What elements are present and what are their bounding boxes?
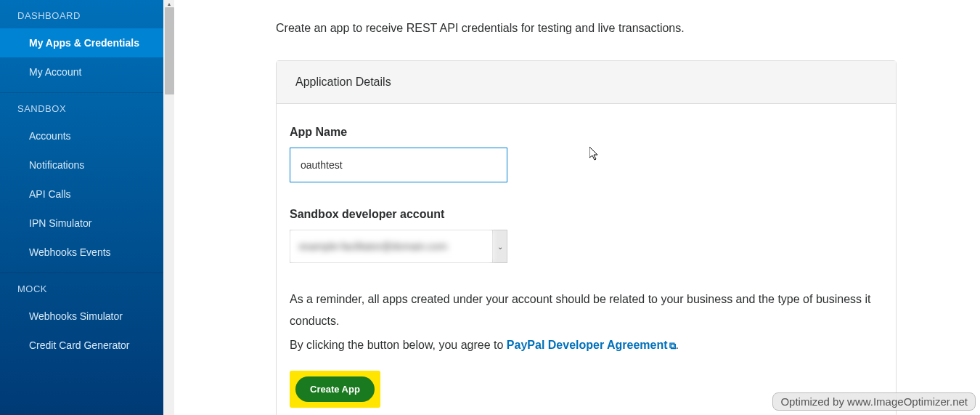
agreement-text: By clicking the button below, you agree … [290,334,883,356]
watermark: Optimized by www.ImageOptimizer.net [772,392,976,411]
app-name-label: App Name [290,126,883,139]
sidebar-item-webhooks-events[interactable]: Webhooks Events [0,238,174,267]
sidebar-item-credit-card-generator[interactable]: Credit Card Generator [0,331,174,360]
developer-agreement-link[interactable]: PayPal Developer Agreement⧉ [507,339,676,351]
sandbox-account-select[interactable]: example-facilitator@domain.com ⌄ [290,230,507,263]
external-link-icon: ⧉ [669,337,676,355]
sidebar-item-api-calls[interactable]: API Calls [0,180,174,209]
sidebar-item-accounts[interactable]: Accounts [0,121,174,150]
button-highlight: Create App [290,371,380,408]
main-content: Create an app to receive REST API creden… [174,0,980,415]
panel-title: Application Details [277,61,896,104]
sandbox-account-value: example-facilitator@domain.com [290,230,492,262]
sidebar-item-webhooks-simulator[interactable]: Webhooks Simulator [0,302,174,331]
nav-section-sandbox: SANDBOX [0,93,174,121]
sidebar-item-ipn-simulator[interactable]: IPN Simulator [0,209,174,238]
intro-text: Create an app to receive REST API creden… [276,22,936,35]
create-app-button[interactable]: Create App [295,376,375,402]
scrollbar-up-arrow[interactable]: ▴ [163,0,174,7]
sidebar: ▴ DASHBOARD My Apps & Credentials My Acc… [0,0,174,415]
application-details-panel: Application Details App Name Sandbox dev… [276,60,897,415]
sidebar-item-notifications[interactable]: Notifications [0,150,174,180]
sidebar-item-my-apps[interactable]: My Apps & Credentials [0,28,174,57]
scrollbar-thumb[interactable] [165,7,174,94]
app-name-input[interactable] [290,148,507,182]
agreement-prefix: By clicking the button below, you agree … [290,339,507,351]
chevron-down-icon: ⌄ [492,230,507,262]
agreement-suffix: . [676,339,679,351]
reminder-text: As a reminder, all apps created under yo… [290,289,883,333]
nav-section-mock: MOCK [0,273,174,302]
scrollbar-track[interactable]: ▴ [163,0,174,415]
nav-section-dashboard: DASHBOARD [0,0,174,28]
sidebar-item-my-account[interactable]: My Account [0,57,174,86]
sandbox-account-label: Sandbox developer account [290,208,883,221]
